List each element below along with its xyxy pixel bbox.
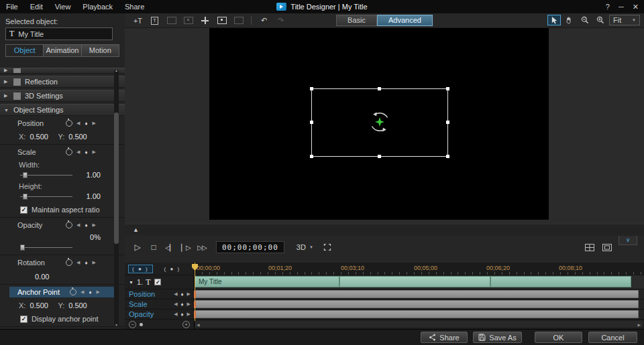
prev-keyframe-icon[interactable]: ◀ (174, 301, 177, 307)
selection-handle[interactable] (446, 155, 449, 158)
selection-handle[interactable] (446, 87, 449, 90)
opacity-value[interactable]: 0% (90, 233, 101, 241)
timeline-horizontal-scrollbar[interactable]: ◀ ▶ (195, 321, 643, 328)
timeline-zoom-out-button[interactable]: − (129, 321, 136, 328)
title-clip-segment-2[interactable] (339, 276, 490, 287)
insert-title-button[interactable]: +T (130, 15, 146, 26)
opacity-keyframe-lane[interactable] (195, 309, 644, 320)
fast-forward-button[interactable]: ▷▷ (196, 240, 208, 254)
position-y-value[interactable]: 0.500 (68, 133, 93, 141)
track-expander-icon[interactable]: ▼ (129, 280, 133, 285)
selected-object-input[interactable]: T My Title (5, 27, 113, 40)
basic-mode-button[interactable]: Basic (336, 15, 377, 26)
next-keyframe-icon[interactable]: ▶ (187, 301, 191, 307)
timeline-scale-label[interactable]: Scale (125, 300, 174, 308)
scale-width-slider[interactable] (20, 171, 72, 179)
expand-icon[interactable]: ▶ (4, 79, 9, 84)
zoom-fit-dropdown[interactable]: Fit ▼ (609, 15, 640, 25)
timeline-zoom-in-button[interactable]: + (182, 321, 190, 328)
selection-handle[interactable] (310, 155, 313, 158)
opacity-slider[interactable] (20, 243, 72, 251)
position-x-value[interactable]: 0.500 (30, 133, 54, 141)
anchor-y-value[interactable]: 0.500 (68, 301, 93, 309)
previous-frame-button[interactable]: ◁▏ (164, 240, 176, 254)
hand-tool-button[interactable] (563, 15, 576, 25)
share-button[interactable]: Share (421, 332, 468, 343)
keyframe-lane-bar[interactable] (195, 300, 639, 308)
keyframe-nav-button-2[interactable]: ( ● ) (161, 265, 184, 273)
3d-settings-checkbox[interactable] (13, 92, 21, 100)
scrollbar-thumb[interactable] (114, 113, 119, 244)
prev-keyframe-icon[interactable]: ◀ (76, 149, 80, 155)
save-as-button[interactable]: Save As (473, 332, 522, 343)
add-keyframe-icon[interactable]: ♦ (181, 301, 184, 307)
insert-image-button[interactable] (214, 15, 229, 26)
menu-view[interactable]: View (49, 0, 77, 13)
menu-share[interactable]: Share (119, 0, 150, 13)
scale-height-slider[interactable] (20, 192, 72, 200)
maintain-aspect-ratio-checkbox[interactable] (20, 206, 28, 214)
prev-keyframe-icon[interactable]: ◀ (80, 289, 84, 295)
prev-keyframe-icon[interactable]: ◀ (76, 222, 80, 228)
scroll-right-icon[interactable]: ▶ (637, 322, 641, 327)
select-tool-button[interactable] (547, 15, 561, 25)
add-keyframe-icon[interactable]: ♦ (85, 121, 87, 127)
scroll-down-icon[interactable]: ▼ (114, 323, 119, 327)
timecode-display[interactable]: 00;00;00;00 (216, 241, 284, 253)
section-header-clipped[interactable]: ▶ (0, 68, 125, 74)
stop-button[interactable]: □ (148, 240, 160, 254)
keyframe-lane-bar[interactable] (195, 290, 639, 298)
tab-object[interactable]: Object (5, 44, 44, 57)
title-clip-segment-1[interactable]: My Title (195, 276, 339, 287)
position-keyframe-lane[interactable] (195, 289, 644, 299)
position-keyframe-stopwatch-icon[interactable] (66, 120, 72, 127)
prev-keyframe-icon[interactable]: ◀ (174, 312, 177, 317)
rotation-value[interactable]: 0.00 (0, 273, 125, 281)
timeline-zoom-slider[interactable] (140, 323, 143, 326)
minimize-button[interactable]: ─ (619, 3, 624, 11)
playhead-line[interactable] (195, 263, 195, 321)
add-keyframe-icon[interactable]: ♦ (181, 312, 184, 318)
3d-mode-dropdown[interactable]: 3D ▼ (292, 243, 317, 251)
display-anchor-point-checkbox[interactable] (20, 316, 28, 323)
section-checkbox[interactable] (13, 68, 21, 73)
insert-particle-button[interactable] (197, 15, 213, 26)
next-keyframe-icon[interactable]: ▶ (96, 289, 99, 295)
add-keyframe-icon[interactable]: ♦ (85, 222, 87, 228)
preview-canvas[interactable] (209, 28, 549, 220)
selection-handle[interactable] (310, 121, 313, 124)
next-keyframe-icon[interactable]: ▶ (92, 149, 95, 155)
menu-file[interactable]: File (0, 0, 24, 13)
anchor-x-value[interactable]: 0.500 (30, 301, 54, 309)
scroll-up-icon[interactable]: ▲ (114, 68, 119, 72)
keyframe-lane-bar[interactable] (195, 310, 639, 318)
zoom-in-button[interactable] (594, 15, 607, 25)
tv-safe-zone-toggle-button[interactable] (602, 244, 612, 253)
sidebar-scrollbar[interactable]: ▲ ▼ (114, 70, 119, 326)
menu-edit[interactable]: Edit (24, 0, 49, 13)
timeline-opacity-label[interactable]: Opacity (125, 310, 174, 318)
zoom-out-button[interactable] (578, 15, 592, 25)
help-button[interactable]: ? (606, 3, 610, 11)
add-keyframe-icon[interactable]: ♦ (85, 260, 87, 266)
add-keyframe-icon[interactable]: ♦ (181, 291, 184, 297)
selection-handle[interactable] (378, 87, 381, 90)
prev-keyframe-icon[interactable]: ◀ (174, 291, 177, 297)
next-keyframe-icon[interactable]: ▶ (92, 260, 95, 265)
play-button[interactable]: ▷ (131, 240, 144, 254)
add-keyframe-icon[interactable]: ♦ (85, 149, 87, 155)
scale-keyframe-lane[interactable] (195, 299, 644, 309)
reflection-checkbox[interactable] (13, 78, 21, 86)
slider-thumb[interactable] (20, 245, 25, 251)
scale-width-value[interactable]: 1.00 (87, 171, 101, 179)
title-clip-segment-3[interactable] (490, 276, 631, 287)
prev-keyframe-icon[interactable]: ◀ (76, 260, 80, 265)
insert-text-box-button[interactable]: T (147, 15, 162, 26)
timeline-ruler[interactable]: 00;00;00 00;01;20 00;03;10 00;05;00 00;0… (195, 263, 644, 275)
scale-keyframe-stopwatch-icon[interactable] (66, 149, 72, 155)
rotation-anchor-widget[interactable] (367, 109, 392, 135)
selection-handle[interactable] (378, 155, 381, 158)
selection-handle[interactable] (310, 87, 313, 90)
undo-button[interactable]: ↶ (256, 15, 272, 26)
ok-button[interactable]: OK (535, 332, 582, 343)
